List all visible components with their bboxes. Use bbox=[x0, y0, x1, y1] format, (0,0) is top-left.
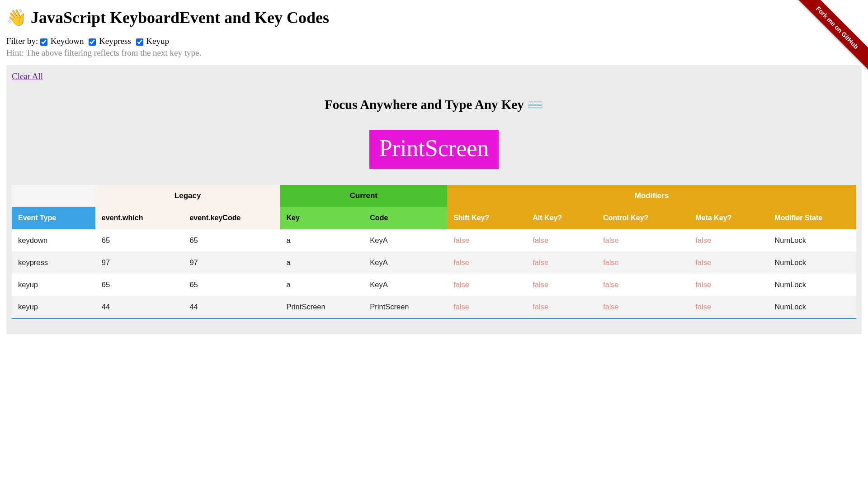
page-title: 👋 JavaScript KeyboardEvent and Key Codes bbox=[0, 0, 868, 32]
cell-shift: false bbox=[447, 251, 526, 274]
keypress-checkbox[interactable] bbox=[89, 38, 96, 46]
keyup-label: Keyup bbox=[146, 36, 169, 46]
cell-code: KeyA bbox=[363, 274, 447, 296]
cell-code: KeyA bbox=[363, 229, 447, 251]
group-blank bbox=[12, 185, 95, 207]
cell-event: keydown bbox=[12, 229, 95, 251]
cell-meta: false bbox=[689, 296, 768, 318]
cell-shift: false bbox=[447, 274, 526, 296]
col-modstate: Modifier State bbox=[768, 207, 856, 229]
filter-row: Filter by: Keydown Keypress Keyup bbox=[0, 32, 868, 47]
cell-modstate: NumLock bbox=[768, 251, 856, 274]
table-header-row: Event Type event.which event.keyCode Key… bbox=[12, 207, 856, 229]
col-key: Key bbox=[280, 207, 363, 229]
cell-event: keypress bbox=[12, 251, 95, 274]
cell-which: 65 bbox=[95, 229, 184, 251]
cell-modstate: NumLock bbox=[768, 296, 856, 318]
table-row: keyup6565aKeyAfalsefalsefalsefalseNumLoc… bbox=[12, 274, 856, 296]
cell-which: 65 bbox=[95, 274, 184, 296]
cell-code: KeyA bbox=[363, 251, 447, 274]
cell-key: a bbox=[280, 251, 363, 274]
cell-ctrl: false bbox=[597, 251, 689, 274]
cell-code: PrintScreen bbox=[363, 296, 447, 318]
table-row: keyup4444PrintScreenPrintScreenfalsefals… bbox=[12, 296, 856, 318]
ribbon-text: Fork me on GitHub bbox=[790, 0, 868, 75]
col-ctrl: Control Key? bbox=[597, 207, 689, 229]
keypress-label: Keypress bbox=[99, 36, 131, 46]
clear-all-link[interactable]: Clear All bbox=[12, 71, 43, 81]
cell-key: a bbox=[280, 274, 363, 296]
hint-text: Hint: The above filtering reflects from … bbox=[0, 47, 868, 62]
table-group-row: Legacy Current Modifiers bbox=[12, 185, 856, 207]
col-alt: Alt Key? bbox=[526, 207, 597, 229]
col-keycode: event.keyCode bbox=[183, 207, 280, 229]
keydown-label: Keydown bbox=[51, 36, 84, 46]
cell-key: PrintScreen bbox=[280, 296, 363, 318]
table-row: keydown6565aKeyAfalsefalsefalsefalseNumL… bbox=[12, 229, 856, 251]
key-display-wrap: PrintScreen bbox=[12, 130, 856, 169]
cell-event: keyup bbox=[12, 296, 95, 318]
wave-emoji: 👋 bbox=[6, 9, 27, 27]
github-ribbon[interactable]: Fork me on GitHub bbox=[787, 0, 868, 81]
group-current: Current bbox=[280, 185, 447, 207]
cell-event: keyup bbox=[12, 274, 95, 296]
col-which: event.which bbox=[95, 207, 184, 229]
cell-alt: false bbox=[526, 274, 597, 296]
col-shift: Shift Key? bbox=[447, 207, 526, 229]
cell-alt: false bbox=[526, 251, 597, 274]
cell-which: 44 bbox=[95, 296, 184, 318]
current-key-display: PrintScreen bbox=[369, 130, 499, 169]
cell-modstate: NumLock bbox=[768, 274, 856, 296]
cell-keycode: 65 bbox=[183, 274, 280, 296]
cell-meta: false bbox=[689, 229, 768, 251]
keyup-checkbox[interactable] bbox=[136, 38, 143, 46]
events-table: Legacy Current Modifiers Event Type even… bbox=[12, 185, 856, 319]
cell-keycode: 65 bbox=[183, 229, 280, 251]
cell-keycode: 97 bbox=[183, 251, 280, 274]
cell-modstate: NumLock bbox=[768, 229, 856, 251]
cell-meta: false bbox=[689, 251, 768, 274]
cell-meta: false bbox=[689, 274, 768, 296]
cell-ctrl: false bbox=[597, 274, 689, 296]
cell-ctrl: false bbox=[597, 296, 689, 318]
cell-key: a bbox=[280, 229, 363, 251]
main-panel: Clear All Focus Anywhere and Type Any Ke… bbox=[6, 65, 862, 334]
cell-ctrl: false bbox=[597, 229, 689, 251]
cell-keycode: 44 bbox=[183, 296, 280, 318]
cell-alt: false bbox=[526, 229, 597, 251]
group-modifiers: Modifiers bbox=[447, 185, 856, 207]
cell-shift: false bbox=[447, 229, 526, 251]
table-row: keypress9797aKeyAfalsefalsefalsefalseNum… bbox=[12, 251, 856, 274]
cell-shift: false bbox=[447, 296, 526, 318]
keydown-checkbox[interactable] bbox=[40, 38, 47, 46]
title-text: JavaScript KeyboardEvent and Key Codes bbox=[31, 9, 329, 27]
filter-label: Filter by: bbox=[6, 36, 38, 46]
focus-heading: Focus Anywhere and Type Any Key ⌨️ bbox=[12, 97, 856, 112]
group-legacy: Legacy bbox=[95, 185, 280, 207]
cell-alt: false bbox=[526, 296, 597, 318]
col-meta: Meta Key? bbox=[689, 207, 768, 229]
col-event-type: Event Type bbox=[12, 207, 95, 229]
cell-which: 97 bbox=[95, 251, 184, 274]
table-body: keydown6565aKeyAfalsefalsefalsefalseNumL… bbox=[12, 229, 856, 318]
col-code: Code bbox=[363, 207, 447, 229]
